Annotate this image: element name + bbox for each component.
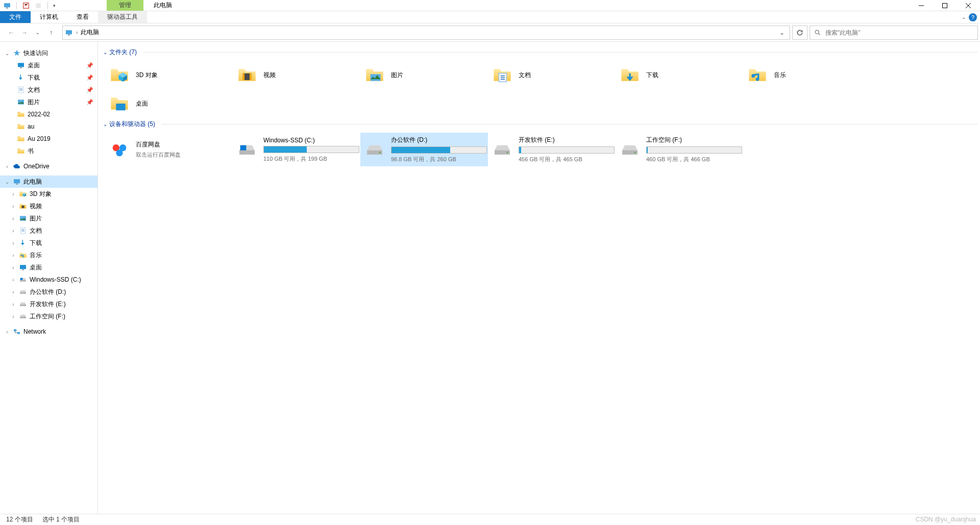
breadcrumb[interactable]: 此电脑 [81,28,99,37]
sidebar-item-label: 文档 [28,86,40,94]
chevron-right-icon[interactable]: › [10,216,16,221]
drive-item[interactable]: 开发软件 (E:) 456 GB 可用，共 465 GB [488,133,616,166]
group-header-drives[interactable]: ⌄ 设备和驱动器 (5) [103,120,978,129]
nav-back-button[interactable]: ← [5,27,17,39]
ribbon-tab-drive-tools[interactable]: 驱动器工具 [98,11,147,23]
drive-usage-bar [263,146,359,153]
chevron-right-icon[interactable]: › [10,265,16,270]
folder-icon [16,110,26,119]
drive-item[interactable]: 办公软件 (D:) 98.8 GB 可用，共 260 GB [360,133,488,166]
nav-history-dropdown[interactable]: ⌄ [32,27,44,39]
drive-label: Windows-SSD (C:) [263,137,359,144]
nav-bar: ← → ⌄ ↑ › 此电脑 ⌄ [0,23,980,42]
chevron-right-icon[interactable]: › [10,204,16,209]
sidebar-item-quick[interactable]: 2022-02 [0,108,97,120]
drive-stats: 456 GB 可用，共 465 GB [519,156,615,163]
pictures-icon [364,65,385,85]
sidebar-item-pc[interactable]: › Windows-SSD (C:) [0,273,97,286]
sidebar-quick-access[interactable]: ⌄ 快速访问 [0,47,97,59]
qat-new-icon[interactable] [34,2,42,10]
sidebar-item-pc[interactable]: › 音乐 [0,249,97,261]
chevron-down-icon[interactable]: ⌄ [4,51,10,56]
sidebar-item-label: 下载 [28,73,40,82]
qat-properties-icon[interactable] [22,2,30,10]
window-icon [3,2,11,10]
sidebar-item-pc[interactable]: › 文档 [0,224,97,237]
folder-item[interactable]: 下载 [616,61,743,89]
drive-stats: 460 GB 可用，共 466 GB [646,156,742,163]
chevron-right-icon[interactable]: › [4,329,10,335]
chevron-right-icon[interactable]: › [4,164,10,169]
sidebar-item-pc[interactable]: › 开发软件 (E:) [0,298,97,310]
qat-dropdown-icon[interactable]: ▾ [53,3,56,8]
ribbon-expand-icon[interactable]: ⌄ [962,14,966,20]
sidebar-network[interactable]: › Network [0,326,97,338]
sidebar-item-pc[interactable]: › 桌面 [0,261,97,273]
close-button[interactable] [957,0,980,11]
sidebar-onedrive[interactable]: › OneDrive [0,160,97,172]
address-bar[interactable]: › 此电脑 ⌄ [62,26,790,40]
drive-stats: 98.8 GB 可用，共 260 GB [391,156,487,163]
refresh-button[interactable] [792,26,807,40]
sidebar-item-pc[interactable]: › 下载 [0,237,97,249]
folder-label: 桌面 [136,99,148,108]
sidebar-item-quick[interactable]: 书 [0,145,97,157]
desktop-icon [16,61,26,70]
sidebar-item-quick[interactable]: au [0,120,97,133]
drive-item[interactable]: Windows-SSD (C:) 110 GB 可用，共 199 GB [233,133,360,166]
address-dropdown-icon[interactable]: ⌄ [776,29,788,36]
ribbon-tab-view[interactable]: 查看 [67,11,98,23]
sidebar-item-pc[interactable]: › 图片 [0,212,97,224]
sidebar-item-label: 2022-02 [28,111,50,118]
sidebar-item-quick[interactable]: 文档 📌 [0,84,97,96]
sidebar-item-pc[interactable]: › 工作空间 (F:) [0,310,97,322]
sidebar-item-pc[interactable]: › 办公软件 (D:) [0,286,97,298]
chevron-down-icon[interactable]: ⌄ [4,179,10,185]
downloads-icon [18,238,28,247]
address-chevron-icon[interactable]: › [76,30,78,35]
minimize-button[interactable] [910,0,933,11]
folder-item[interactable]: 视频 [233,61,360,89]
drive-item[interactable]: 工作空间 (F:) 460 GB 可用，共 466 GB [616,133,743,166]
folder-label: 文档 [519,71,531,80]
help-icon[interactable]: ? [969,13,977,21]
sidebar-item-quick[interactable]: 图片 📌 [0,96,97,108]
address-pc-icon [65,29,73,37]
folder-item[interactable]: 文档 [488,61,616,89]
sidebar-this-pc[interactable]: ⌄ 此电脑 [0,176,97,188]
ribbon-tab-computer[interactable]: 计算机 [31,11,67,23]
chevron-right-icon[interactable]: › [10,253,16,258]
drive-os-icon [237,139,257,160]
drive-item[interactable]: 百度网盘双击运行百度网盘 [105,133,233,166]
nav-forward-button[interactable]: → [18,27,31,39]
sidebar-item-quick[interactable]: 桌面 📌 [0,59,97,71]
chevron-right-icon[interactable]: › [10,240,16,246]
folder-item[interactable]: 3D 对象 [105,61,233,89]
chevron-right-icon[interactable]: › [10,289,16,295]
folder-item[interactable]: 音乐 [743,61,871,89]
chevron-right-icon[interactable]: › [10,228,16,234]
sidebar-item-pc[interactable]: › 3D 对象 [0,188,97,200]
sidebar-item-pc[interactable]: › 视频 [0,200,97,212]
nav-up-button[interactable]: ↑ [45,27,57,39]
chevron-right-icon[interactable]: › [10,314,16,319]
folder-label: 视频 [263,71,276,80]
drive-subtitle: 双击运行百度网盘 [136,151,229,159]
chevron-right-icon[interactable]: › [10,277,16,283]
sidebar-item-quick[interactable]: 下载 📌 [0,71,97,84]
chevron-right-icon[interactable]: › [10,302,16,307]
drive-icon [364,139,385,160]
folder-item[interactable]: 桌面 [105,89,233,118]
folder-item[interactable]: 图片 [360,61,488,89]
drive-label: 工作空间 (F:) [646,136,742,144]
sidebar-item-label: 视频 [30,202,42,211]
search-input[interactable] [825,29,973,36]
group-header-folders[interactable]: ⌄ 文件夹 (7) [103,48,978,57]
ribbon-tab-file[interactable]: 文件 [0,11,31,23]
chevron-right-icon[interactable]: › [10,191,16,197]
sidebar-item-quick[interactable]: Au 2019 [0,133,97,145]
ribbon: 文件 计算机 查看 驱动器工具 ⌄ ? [0,11,980,23]
baidu-icon [109,139,130,160]
search-box[interactable] [810,26,978,40]
maximize-button[interactable] [933,0,957,11]
